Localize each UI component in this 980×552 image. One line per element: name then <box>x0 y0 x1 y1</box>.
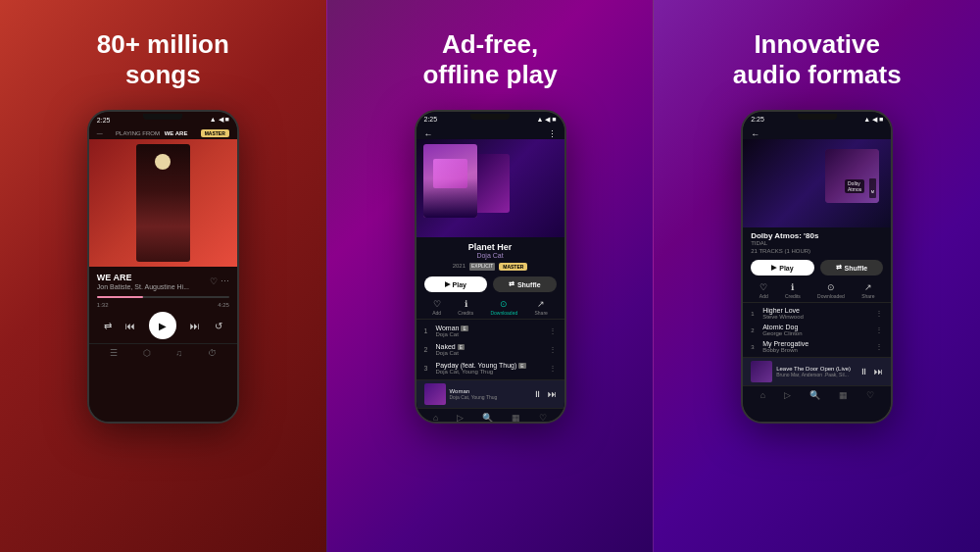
play-button-3[interactable]: ▶Play <box>751 260 814 276</box>
home-icon-3[interactable]: ⌂ <box>760 390 765 400</box>
next-icon[interactable]: ⏭ <box>190 321 200 331</box>
phone1-screen: 2:25 ▲ ◀ ■ — PLAYING FROM WE ARE MASTER <box>89 112 237 422</box>
table-row: 2 Naked E Doja Cat ⋮ <box>416 340 564 359</box>
panel2-title: Ad-free, offline play <box>422 29 557 90</box>
bottom-nav-2: ⌂ ▷ 🔍 ▦ ♡ <box>416 408 564 422</box>
mini-player: Woman Doja Cat, Young Thug ⏸ ⏭ <box>416 379 564 408</box>
credits-action-3[interactable]: ℹ Credits <box>785 282 801 299</box>
album-art-3: M Dolby Atmos <box>743 139 891 227</box>
play-button[interactable]: ▶ <box>149 312 176 339</box>
share-action[interactable]: ↗ Share <box>534 299 547 316</box>
repeat-icon[interactable]: ↺ <box>215 321 222 331</box>
panel3-title: Innovative audio formats <box>733 29 902 90</box>
phone3-screen: 2:25 ▲ ◀ ■ ← M Dolby Atmos Dolb <box>743 112 891 422</box>
search-icon-3[interactable]: 🔍 <box>809 390 820 400</box>
panel-audio-formats: Innovative audio formats 2:25 ▲ ◀ ■ ← M … <box>654 0 980 552</box>
table-row: 1 Woman E Doja Cat ⋮ <box>416 322 564 340</box>
chart-icon-3[interactable]: ▦ <box>839 390 848 400</box>
phone-notch <box>143 114 182 120</box>
track-list: 1 Woman E Doja Cat ⋮ 2 Naked E Doja Cat … <box>416 320 564 379</box>
panel-offline: Ad-free, offline play 2:25 ▲ ◀ ■ ← ⋮ <box>326 0 655 552</box>
downloaded-action[interactable]: ⊙ Downloaded <box>490 299 517 316</box>
add-action-3[interactable]: ♡ Add <box>760 282 768 299</box>
table-row: 1 Higher Love Steve Winwood ⋮ <box>743 305 891 322</box>
back-arrow[interactable]: ← <box>424 129 433 139</box>
action-icons-3: ♡ Add ℹ Credits ⊙ Downloaded ↗ Share <box>743 279 891 303</box>
mini-next[interactable]: ⏭ <box>548 389 557 399</box>
clock-icon[interactable]: ⏱ <box>208 348 217 358</box>
mini-controls: ⏸ ⏭ <box>533 389 557 399</box>
album-art <box>89 139 237 267</box>
cast-icon[interactable]: ⬡ <box>143 348 151 358</box>
search-icon[interactable]: 🔍 <box>482 413 493 422</box>
video-icon[interactable]: ▷ <box>457 413 464 422</box>
shuffle-icon[interactable]: ⇄ <box>104 321 112 331</box>
track-info: WE ARE Jon Batiste, St. Augustine Hi... … <box>89 267 237 292</box>
phone2-screen: 2:25 ▲ ◀ ■ ← ⋮ Planet Her Doja Cat <box>416 112 564 422</box>
music-icon[interactable]: ♫ <box>175 348 182 358</box>
phone-mockup-1: 2:25 ▲ ◀ ■ — PLAYING FROM WE ARE MASTER <box>87 110 239 424</box>
phone-mockup-2: 2:25 ▲ ◀ ■ ← ⋮ Planet Her Doja Cat <box>415 110 566 424</box>
mini-player-3: Leave The Door Open (Live) Bruno Mar, An… <box>743 357 891 385</box>
downloaded-action-3[interactable]: ⊙ Downloaded <box>817 282 845 299</box>
bottom-nav: ☰ ⬡ ♫ ⏱ <box>89 343 237 362</box>
menu-icon[interactable]: ☰ <box>110 348 118 358</box>
mini-controls-3: ⏸ ⏭ <box>859 367 883 376</box>
play-button-2[interactable]: ▶Play <box>424 276 488 292</box>
album-art-2 <box>416 139 564 237</box>
phone-notch-3 <box>798 114 837 120</box>
back-arrow-3[interactable]: ← <box>751 129 760 139</box>
panel-songs: 80+ million songs 2:25 ▲ ◀ ■ — PLAYING F… <box>0 0 326 552</box>
progress-bar[interactable] <box>97 296 229 298</box>
heart-icon[interactable]: ♡ <box>539 413 547 422</box>
share-action-3[interactable]: ↗ Share <box>861 282 874 299</box>
track-list-3: 1 Higher Love Steve Winwood ⋮ 2 Atomic D… <box>743 303 891 357</box>
playback-controls: ⇄ ⏮ ▶ ⏭ ↺ <box>89 308 237 343</box>
mini-next-3[interactable]: ⏭ <box>874 367 883 376</box>
bottom-nav-3: ⌂ ▷ 🔍 ▦ ♡ <box>743 385 891 404</box>
now-playing-header: — PLAYING FROM WE ARE MASTER <box>89 127 237 139</box>
mini-thumb <box>424 383 446 405</box>
chart-icon[interactable]: ▦ <box>512 413 520 422</box>
shuffle-button-3[interactable]: ⇄Shuffle <box>820 260 884 276</box>
album-info: Planet Her Doja Cat <box>416 237 564 261</box>
table-row: 3 Payday (feat. Young Thug) E Doja Cat, … <box>416 359 564 377</box>
album-meta: 2021 EXPLICIT MASTER <box>416 261 564 273</box>
action-icons: ♡ Add ℹ Credits ⊙ Downloaded ↗ Share <box>416 296 564 320</box>
mini-pause-3[interactable]: ⏸ <box>859 367 868 376</box>
prev-icon[interactable]: ⏮ <box>125 321 135 331</box>
play-shuffle-row-3: ▶Play ⇄Shuffle <box>743 256 891 279</box>
play-shuffle-row: ▶Play ⇄Shuffle <box>416 273 564 296</box>
mini-pause[interactable]: ⏸ <box>533 389 542 399</box>
phone-notch-2 <box>470 114 510 120</box>
home-icon[interactable]: ⌂ <box>433 413 438 422</box>
more-icon[interactable]: ⋮ <box>548 129 557 139</box>
heart-icon-3[interactable]: ♡ <box>866 390 874 400</box>
credits-action[interactable]: ℹ Credits <box>458 299 473 316</box>
dolby-info: Dolby Atmos: '80s TIDAL <box>743 227 891 248</box>
panel1-title: 80+ million songs <box>97 29 229 90</box>
phone-mockup-3: 2:25 ▲ ◀ ■ ← M Dolby Atmos Dolb <box>741 110 893 424</box>
mini-thumb-3 <box>751 361 772 382</box>
add-action[interactable]: ♡ Add <box>432 299 441 316</box>
table-row: 3 My Prerogative Bobby Brown ⋮ <box>743 338 891 355</box>
shuffle-button-2[interactable]: ⇄Shuffle <box>493 276 557 292</box>
table-row: 2 Atomic Dog George Clinton ⋮ <box>743 322 891 338</box>
back-row: ← ⋮ <box>416 127 564 139</box>
back-row-3: ← <box>743 127 891 139</box>
dolby-album-thumb: M Dolby Atmos <box>825 149 879 203</box>
video-icon-3[interactable]: ▷ <box>784 390 791 400</box>
